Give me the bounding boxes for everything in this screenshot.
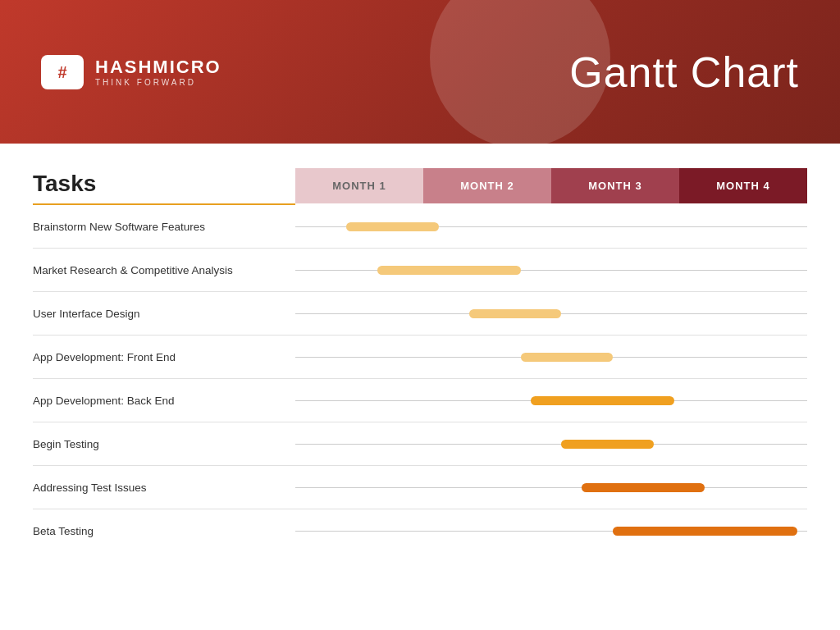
page-title: Gantt Chart: [569, 48, 799, 97]
gantt-row: Brainstorm New Software Features: [33, 205, 807, 249]
gantt-bar: [346, 222, 438, 231]
gantt-bars-area: [295, 249, 807, 291]
gantt-bars-area: [295, 205, 807, 248]
task-label: Addressing Test Issues: [33, 473, 295, 502]
tasks-divider: [33, 203, 295, 205]
task-label: Beta Testing: [33, 517, 295, 546]
task-label: Brainstorm New Software Features: [33, 212, 295, 241]
task-label: App Development: Back End: [33, 386, 295, 415]
gantt-row: App Development: Front End: [33, 336, 807, 379]
task-label: Market Research & Competitive Analysis: [33, 256, 295, 285]
track-line: [295, 487, 807, 488]
gantt-bar: [469, 309, 561, 318]
gantt-row: App Development: Back End: [33, 379, 807, 422]
gantt-bar: [377, 266, 521, 275]
gantt-row: Beta Testing: [33, 509, 807, 552]
gantt-chart: Tasks MONTH 1 MONTH 2 MONTH 3 MONTH 4 Br…: [33, 168, 807, 552]
tasks-heading-cell: Tasks: [33, 168, 295, 203]
gantt-row: Addressing Test Issues: [33, 466, 807, 509]
gantt-row: Begin Testing: [33, 422, 807, 466]
gantt-bars-area: [295, 336, 807, 378]
gantt-row: User Interface Design: [33, 292, 807, 336]
gantt-bars-area: [295, 292, 807, 335]
logo-name: HASHMICRO: [95, 57, 221, 78]
task-label: Begin Testing: [33, 430, 295, 459]
gantt-bar: [582, 483, 705, 492]
month-4-header: MONTH 4: [679, 168, 807, 203]
track-line: [295, 270, 807, 271]
task-label: User Interface Design: [33, 299, 295, 328]
logo-text: HASHMICRO THINK FORWARD: [95, 57, 221, 87]
gantt-bar: [561, 440, 653, 449]
svg-text:#: #: [57, 63, 66, 81]
track-line: [295, 444, 807, 445]
gantt-header: Tasks MONTH 1 MONTH 2 MONTH 3 MONTH 4: [33, 168, 807, 203]
gantt-row: Market Research & Competitive Analysis: [33, 249, 807, 292]
month-2-header: MONTH 2: [423, 168, 551, 203]
gantt-bars-area: [295, 422, 807, 465]
month-3-header: MONTH 3: [551, 168, 679, 203]
gantt-bars-area: [295, 509, 807, 552]
main-content: Tasks MONTH 1 MONTH 2 MONTH 3 MONTH 4 Br…: [0, 144, 840, 568]
gantt-bar: [613, 527, 797, 536]
tasks-heading: Tasks: [33, 171, 96, 197]
gantt-bar: [521, 353, 613, 362]
task-label: App Development: Front End: [33, 343, 295, 372]
logo-tagline: THINK FORWARD: [95, 78, 221, 87]
gantt-bars-area: [295, 466, 807, 509]
page-header: # HASHMICRO THINK FORWARD Gantt Chart: [0, 0, 840, 144]
logo-icon: #: [41, 55, 84, 89]
gantt-rows: Brainstorm New Software FeaturesMarket R…: [33, 205, 807, 552]
logo-area: # HASHMICRO THINK FORWARD: [41, 55, 221, 89]
month-1-header: MONTH 1: [295, 168, 423, 203]
gantt-bars-area: [295, 379, 807, 422]
gantt-bar: [531, 396, 674, 405]
